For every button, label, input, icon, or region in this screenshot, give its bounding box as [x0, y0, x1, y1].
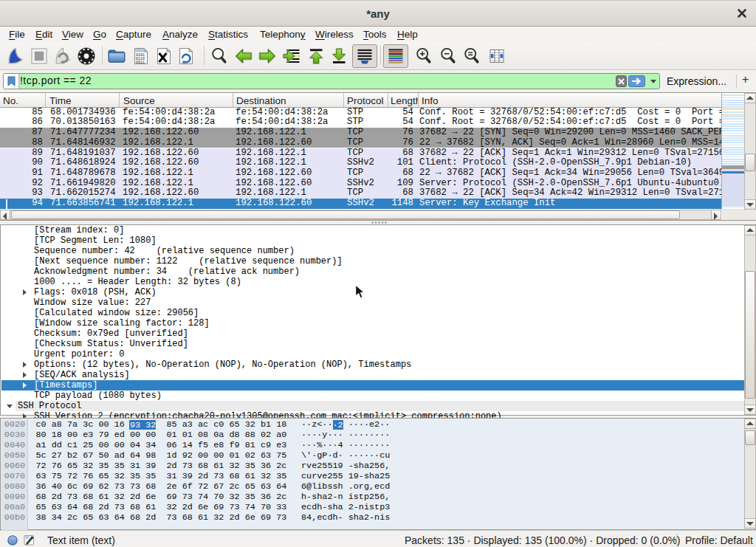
svg-text:0011: 0011: [136, 61, 145, 65]
